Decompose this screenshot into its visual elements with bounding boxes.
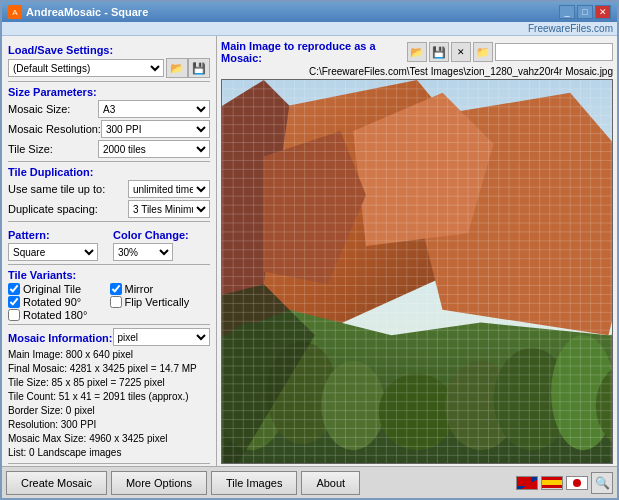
app-icon: A	[8, 5, 22, 19]
resolution-select[interactable]: 300 PPI	[101, 120, 210, 138]
save-image-btn[interactable]: 💾	[429, 42, 449, 62]
divider-2	[8, 161, 210, 162]
original-tile-row: Original Tile	[8, 283, 109, 295]
more-options-button[interactable]: More Options	[111, 471, 207, 495]
divider-3	[8, 221, 210, 222]
color-block: Color Change: 30%	[113, 225, 210, 261]
left-panel: Load/Save Settings: (Default Settings) 📂…	[2, 36, 217, 466]
flag-en[interactable]	[516, 476, 538, 490]
bottom-buttons: Create Mosaic More Options Tile Images A…	[6, 471, 360, 495]
resolution-label: Mosaic Resolution:	[8, 123, 101, 135]
settings-select[interactable]: (Default Settings)	[8, 59, 164, 77]
title-bar-left: A AndreaMosaic - Square	[8, 5, 148, 19]
pattern-label: Pattern:	[8, 229, 105, 241]
mirror-label: Mirror	[125, 283, 154, 295]
use-same-label: Use same tile up to:	[8, 183, 128, 195]
about-label: About	[316, 477, 345, 489]
mosaic-info-label: Mosaic Information:	[8, 332, 113, 344]
tile-size-label: Tile Size:	[8, 143, 98, 155]
divider-5	[8, 324, 210, 325]
info-line-3: Tile Size: 85 x 85 pixel = 7225 pixel	[8, 376, 210, 390]
rotated180-label: Rotated 180°	[23, 309, 87, 321]
dup-spacing-label: Duplicate spacing:	[8, 203, 128, 215]
main-content: Load/Save Settings: (Default Settings) 📂…	[2, 36, 617, 466]
info-line-6: Resolution: 300 PPI	[8, 418, 210, 432]
mirror-checkbox[interactable]	[110, 283, 122, 295]
info-lines: Main Image: 800 x 640 pixel Final Mosaic…	[8, 348, 210, 460]
original-tile-checkbox[interactable]	[8, 283, 20, 295]
info-header: Mosaic Information: pixel cm inch	[8, 328, 210, 346]
dup-spacing-select[interactable]: 3 Tiles Minimum	[128, 200, 210, 218]
original-tile-label: Original Tile	[23, 283, 81, 295]
about-button[interactable]: About	[301, 471, 360, 495]
info-line-7: Mosaic Max Size: 4960 x 3425 pixel	[8, 432, 210, 446]
variants-grid: Original Tile Mirror Rotated 90° Flip Ve…	[8, 283, 210, 321]
info-line-1: Main Image: 800 x 640 pixel	[8, 348, 210, 362]
tile-dup-label: Tile Duplication:	[8, 166, 210, 178]
flag-es[interactable]	[541, 476, 563, 490]
search-button[interactable]: 🔍	[591, 472, 613, 494]
flip-vert-row: Flip Vertically	[110, 296, 211, 308]
window-title: AndreaMosaic - Square	[26, 6, 148, 18]
clear-icon: ✕	[457, 47, 465, 57]
divider-1	[8, 81, 210, 82]
pattern-block: Pattern: Square	[8, 225, 105, 261]
create-mosaic-button[interactable]: Create Mosaic	[6, 471, 107, 495]
color-change-label: Color Change:	[113, 229, 210, 241]
tile-size-select[interactable]: 2000 tiles	[98, 140, 210, 158]
title-bar-controls: _ □ ✕	[559, 5, 611, 19]
size-params-label: Size Parameters:	[8, 86, 210, 98]
mosaic-size-label: Mosaic Size:	[8, 103, 98, 115]
info-line-2: Final Mosaic: 4281 x 3425 pixel = 14.7 M…	[8, 362, 210, 376]
rotated90-checkbox[interactable]	[8, 296, 20, 308]
open-image-btn[interactable]: 📂	[407, 42, 427, 62]
save-icon: 💾	[432, 46, 446, 59]
mosaic-size-select[interactable]: A3	[98, 100, 210, 118]
color-change-select[interactable]: 30%	[113, 243, 173, 261]
mosaic-preview	[221, 79, 613, 464]
pattern-select[interactable]: Square	[8, 243, 98, 261]
freeware-label: FreewareFiles.com	[528, 23, 613, 34]
bottom-bar: Create Mosaic More Options Tile Images A…	[2, 466, 617, 498]
browse-icon: 📁	[476, 46, 490, 59]
info-line-5: Border Size: 0 pixel	[8, 404, 210, 418]
rotated180-checkbox[interactable]	[8, 309, 20, 321]
divider-6	[8, 463, 210, 464]
image-path-input[interactable]: C:\FreewareFiles.com\Test Images\zion_12…	[495, 43, 613, 61]
unit-select[interactable]: pixel cm inch	[113, 328, 210, 346]
open-folder-icon: 📂	[410, 46, 424, 59]
main-image-header: Main Image to reproduce as a Mosaic: 📂 💾…	[221, 40, 613, 64]
info-line-4: Tile Count: 51 x 41 = 2091 tiles (approx…	[8, 390, 210, 404]
create-mosaic-label: Create Mosaic	[21, 477, 92, 489]
rotated90-row: Rotated 90°	[8, 296, 109, 308]
maximize-button[interactable]: □	[577, 5, 593, 19]
load-save-label: Load/Save Settings:	[8, 44, 210, 56]
flip-vert-checkbox[interactable]	[110, 296, 122, 308]
rotated180-row: Rotated 180°	[8, 309, 109, 321]
use-same-select[interactable]: unlimited times	[128, 180, 210, 198]
divider-4	[8, 264, 210, 265]
browse-image-btn[interactable]: 📁	[473, 42, 493, 62]
freeware-bar: FreewareFiles.com	[2, 22, 617, 36]
flag-jp[interactable]	[566, 476, 588, 490]
tile-variants-label: Tile Variants:	[8, 269, 210, 281]
main-image-section-label: Main Image to reproduce as a Mosaic:	[221, 40, 401, 64]
flip-vert-label: Flip Vertically	[125, 296, 190, 308]
settings-open-btn[interactable]: 📂	[166, 58, 188, 78]
use-same-row: Use same tile up to: unlimited times	[8, 180, 210, 198]
rotated90-label: Rotated 90°	[23, 296, 81, 308]
tile-images-button[interactable]: Tile Images	[211, 471, 297, 495]
close-button[interactable]: ✕	[595, 5, 611, 19]
settings-save-btn[interactable]: 💾	[188, 58, 210, 78]
flag-area: 🔍	[516, 472, 613, 494]
mirror-row: Mirror	[110, 283, 211, 295]
dup-spacing-row: Duplicate spacing: 3 Tiles Minimum	[8, 200, 210, 218]
clear-image-btn[interactable]: ✕	[451, 42, 471, 62]
resolution-row: Mosaic Resolution: 300 PPI	[8, 120, 210, 138]
tile-images-label: Tile Images	[226, 477, 282, 489]
minimize-button[interactable]: _	[559, 5, 575, 19]
settings-row: (Default Settings) 📂 💾	[8, 58, 210, 78]
output-path-label: C:\FreewareFiles.com\Test Images\zion_12…	[221, 66, 613, 77]
mosaic-svg	[222, 80, 612, 463]
main-window: A AndreaMosaic - Square _ □ ✕ FreewareFi…	[0, 0, 619, 500]
